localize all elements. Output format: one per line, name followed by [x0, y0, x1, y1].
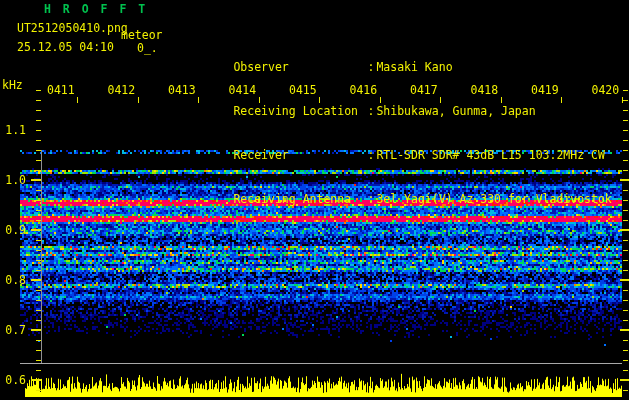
freq-tick-mark — [36, 220, 41, 221]
freq-tick-mark — [36, 310, 41, 311]
freq-tick-label: 0.9 — [0, 225, 26, 236]
freq-tick-mark — [620, 229, 629, 231]
freq-tick-mark — [36, 200, 41, 201]
freq-tick-mark — [623, 370, 628, 371]
station-row-label: Receiver — [233, 150, 367, 161]
freq-tick-mark — [623, 160, 628, 161]
freq-tick-mark — [36, 100, 41, 101]
freq-tick-mark — [36, 240, 41, 241]
station-info: Observer:Masaki Kano Receiving Location:… — [178, 7, 612, 216]
freq-tick-mark — [36, 140, 41, 141]
freq-tick-mark — [623, 290, 628, 291]
hrofft-window: H R O F F T UT2512050410.png meteor 25.1… — [0, 0, 629, 400]
time-tick-mark — [501, 97, 502, 103]
freq-tick-mark — [31, 329, 41, 331]
overlay-label: meteor — [121, 30, 163, 41]
freq-tick-mark — [36, 340, 41, 341]
freq-tick-mark — [623, 210, 628, 211]
freq-tick-mark — [623, 270, 628, 271]
station-row-value: RTL-SDR SDR# 43dB L15 103.2MHz CW — [376, 148, 604, 162]
freq-tick-label: 1.1 — [0, 125, 26, 136]
freq-tick-mark — [36, 270, 41, 271]
freq-tick-mark — [31, 279, 41, 281]
freq-tick-mark — [36, 160, 41, 161]
datetime-label: 25.12.05 04:10 — [17, 42, 114, 53]
freq-tick-mark — [620, 329, 629, 331]
freq-tick-mark — [36, 260, 41, 261]
freq-tick-mark — [31, 229, 41, 231]
freq-tick-mark — [623, 340, 628, 341]
freq-tick-mark — [623, 320, 628, 321]
freq-tick-mark — [623, 390, 628, 391]
freq-tick-mark — [623, 100, 628, 101]
time-tick-label: 0414 — [229, 85, 257, 96]
freq-tick-label: 0.6 — [0, 375, 26, 386]
freq-tick-label: 0.8 — [0, 275, 26, 286]
time-tick-label: 0416 — [350, 85, 378, 96]
freq-tick-mark — [623, 110, 628, 111]
time-tick-label: 0419 — [531, 85, 559, 96]
freq-tick-mark — [36, 360, 41, 361]
station-row-label: Receiving Location — [233, 106, 367, 117]
station-row: Receiver:RTL-SDR SDR# 43dB L15 103.2MHz … — [178, 139, 612, 150]
freq-tick-mark — [623, 200, 628, 201]
time-tick-label: 0411 — [47, 85, 75, 96]
freq-tick-mark — [623, 90, 628, 91]
time-tick-label: 0420 — [592, 85, 620, 96]
time-tick-mark — [440, 97, 441, 103]
time-tick-mark — [319, 97, 320, 103]
freq-tick-mark — [36, 190, 41, 191]
freq-tick-mark — [36, 320, 41, 321]
freq-tick-mark — [36, 90, 41, 91]
freq-tick-mark — [623, 260, 628, 261]
freq-tick-mark — [620, 179, 629, 181]
freq-tick-mark — [36, 300, 41, 301]
freq-tick-mark — [36, 370, 41, 371]
time-tick-mark — [561, 97, 562, 103]
time-tick-mark — [77, 97, 78, 103]
y-axis-unit: kHz — [2, 80, 23, 91]
freq-tick-mark — [623, 170, 628, 171]
freq-tick-mark — [623, 120, 628, 121]
freq-tick-label: 0.7 — [0, 325, 26, 336]
time-tick-mark — [380, 97, 381, 103]
time-tick-label: 0413 — [168, 85, 196, 96]
counter-label: 0_. — [137, 43, 158, 54]
freq-tick-mark — [36, 120, 41, 121]
station-row-label: Observer — [233, 62, 367, 73]
freq-tick-mark — [36, 170, 41, 171]
freq-tick-mark — [623, 250, 628, 251]
time-tick-label: 0412 — [108, 85, 136, 96]
station-row-label: Receiving Antenna — [233, 194, 367, 205]
freq-tick-mark — [623, 150, 628, 151]
freq-tick-mark — [36, 290, 41, 291]
meter-baseline — [20, 363, 622, 364]
freq-tick-mark — [623, 220, 628, 221]
freq-tick-mark — [620, 379, 629, 381]
station-row: Receiving Antenna:3el Yagi(V) Az 330 for… — [178, 183, 612, 194]
freq-tick-mark — [623, 130, 628, 131]
time-tick-mark — [138, 97, 139, 103]
freq-tick-mark — [36, 110, 41, 111]
freq-tick-label: 1.0 — [0, 175, 26, 186]
station-row-value: Shibukawa, Gunma, Japan — [376, 104, 535, 118]
freq-tick-mark — [623, 310, 628, 311]
freq-tick-mark — [623, 190, 628, 191]
freq-tick-mark — [36, 130, 41, 131]
time-tick-label: 0418 — [471, 85, 499, 96]
time-tick-label: 0417 — [410, 85, 438, 96]
app-title: H R O F F T — [44, 4, 148, 15]
station-row-value: Masaki Kano — [376, 60, 452, 74]
freq-tick-mark — [36, 390, 41, 391]
freq-tick-mark — [31, 379, 41, 381]
time-tick-mark — [198, 97, 199, 103]
freq-tick-mark — [623, 140, 628, 141]
station-row-value: 3el Yagi(V) Az 330 for Vladivostok — [376, 192, 611, 206]
scan-cursor-line — [41, 150, 42, 363]
freq-tick-mark — [36, 350, 41, 351]
freq-tick-mark — [31, 179, 41, 181]
freq-tick-mark — [36, 250, 41, 251]
output-filename: UT2512050410.png — [17, 23, 128, 34]
time-tick-mark — [259, 97, 260, 103]
freq-tick-mark — [623, 240, 628, 241]
